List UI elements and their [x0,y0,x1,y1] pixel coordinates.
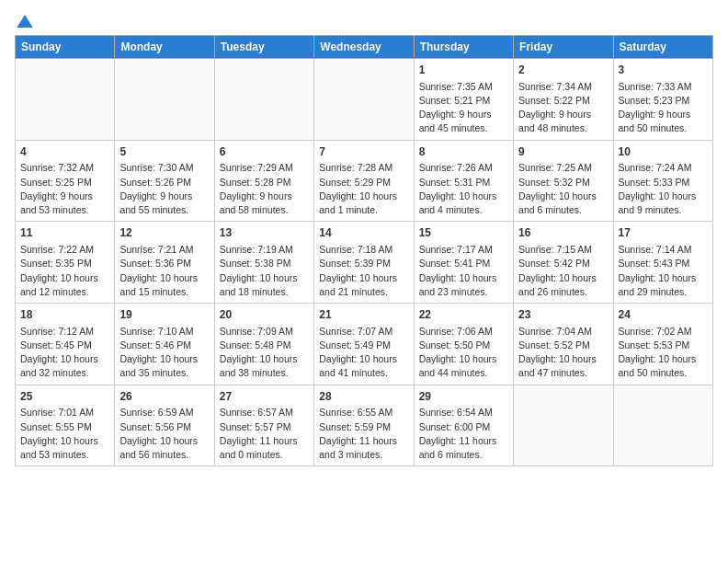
day-info-line: Daylight: 10 hours [220,271,309,285]
day-info-line: and 1 minute. [319,203,408,217]
calendar-cell: 21Sunrise: 7:07 AMSunset: 5:49 PMDayligh… [314,304,414,385]
day-info-line: Daylight: 10 hours [518,271,608,285]
calendar-cell: 24Sunrise: 7:02 AMSunset: 5:53 PMDayligh… [613,304,712,385]
calendar-week-row: 11Sunrise: 7:22 AMSunset: 5:35 PMDayligh… [16,222,713,304]
day-info-line: Sunset: 5:32 PM [518,176,608,190]
day-info-line: Daylight: 10 hours [119,271,209,285]
day-number: 29 [419,389,508,405]
day-info-line: and 29 minutes. [619,285,708,299]
day-info-line: Sunrise: 7:19 AM [220,243,309,257]
day-info-line: Sunset: 6:00 PM [419,420,508,434]
day-info-line: and 58 minutes. [220,203,309,217]
calendar-cell: 18Sunrise: 7:12 AMSunset: 5:45 PMDayligh… [16,304,115,385]
calendar-cell: 15Sunrise: 7:17 AMSunset: 5:41 PMDayligh… [414,222,513,304]
day-number: 4 [20,144,109,160]
calendar-cell: 22Sunrise: 7:06 AMSunset: 5:50 PMDayligh… [414,304,513,385]
calendar-cell [613,385,712,466]
calendar-week-row: 18Sunrise: 7:12 AMSunset: 5:45 PMDayligh… [16,304,713,385]
day-info-line: Sunrise: 6:59 AM [119,406,209,419]
day-info-line: Sunset: 5:33 PM [619,176,708,190]
day-info-line: Sunset: 5:45 PM [20,339,109,352]
calendar-cell: 12Sunrise: 7:21 AMSunset: 5:36 PMDayligh… [115,222,214,304]
day-info-line: Daylight: 10 hours [419,352,508,366]
day-info-line: Sunset: 5:38 PM [220,257,309,270]
day-number: 5 [119,144,209,160]
day-info-line: Sunrise: 7:09 AM [220,325,309,339]
day-info-line: Sunrise: 7:01 AM [20,406,109,419]
day-info-line: and 47 minutes. [518,366,608,380]
day-info-line: Sunset: 5:39 PM [319,257,408,270]
calendar-header-row: SundayMondayTuesdayWednesdayThursdayFrid… [16,36,713,59]
day-info-line: Sunrise: 7:17 AM [419,243,508,257]
day-info-line: Daylight: 10 hours [319,352,408,366]
day-info-line: Sunrise: 6:57 AM [220,406,309,419]
day-info-line: Sunset: 5:59 PM [319,420,408,434]
day-info-line: Sunset: 5:21 PM [419,94,508,108]
day-info-line: Sunrise: 7:30 AM [119,161,209,175]
calendar-cell: 7Sunrise: 7:28 AMSunset: 5:29 PMDaylight… [314,140,414,222]
calendar-week-row: 25Sunrise: 7:01 AMSunset: 5:55 PMDayligh… [16,385,713,466]
day-info-line: and 6 minutes. [518,203,608,217]
day-info-line: Sunset: 5:28 PM [220,176,309,190]
day-number: 28 [319,389,408,405]
day-info-line: Sunset: 5:35 PM [20,257,109,270]
column-header-friday: Friday [514,36,613,59]
day-info-line: and 38 minutes. [220,366,309,380]
day-info-line: Daylight: 10 hours [119,434,209,448]
day-info-line: Sunrise: 7:04 AM [518,325,608,339]
day-info-line: and 4 minutes. [419,203,508,217]
calendar-cell: 5Sunrise: 7:30 AMSunset: 5:26 PMDaylight… [115,140,214,222]
calendar-cell: 27Sunrise: 6:57 AMSunset: 5:57 PMDayligh… [214,385,313,466]
day-info-line: Sunrise: 7:12 AM [20,325,109,339]
day-number: 16 [518,225,608,241]
calendar-cell [314,59,414,141]
day-number: 7 [319,144,408,160]
day-info-line: and 9 minutes. [619,203,708,217]
day-info-line: Sunset: 5:53 PM [619,339,708,352]
day-info-line: Daylight: 10 hours [220,352,309,366]
day-info-line: and 23 minutes. [419,285,508,299]
day-info-line: Daylight: 11 hours [419,434,508,448]
day-info-line: Daylight: 10 hours [319,271,408,285]
day-number: 2 [518,63,608,78]
day-info-line: Sunset: 5:49 PM [319,339,408,352]
day-info-line: Sunset: 5:43 PM [619,257,708,270]
day-number: 11 [20,225,109,241]
day-info-line: Sunrise: 7:14 AM [619,243,708,257]
day-info-line: Daylight: 10 hours [419,190,508,203]
day-number: 22 [419,307,508,323]
day-info-line: Sunrise: 7:24 AM [619,161,708,175]
calendar-cell [115,59,214,141]
day-number: 21 [319,307,408,323]
day-number: 25 [20,389,109,405]
day-number: 1 [419,63,508,78]
day-info-line: Sunset: 5:29 PM [319,176,408,190]
day-info-line: Sunset: 5:25 PM [20,176,109,190]
day-info-line: and 55 minutes. [119,203,209,217]
calendar-cell: 1Sunrise: 7:35 AMSunset: 5:21 PMDaylight… [414,59,513,141]
calendar-cell: 23Sunrise: 7:04 AMSunset: 5:52 PMDayligh… [514,304,613,385]
day-info-line: Sunrise: 7:33 AM [619,80,708,94]
svg-marker-0 [17,15,33,28]
day-info-line: Daylight: 10 hours [20,434,109,448]
day-number: 6 [220,144,309,160]
day-info-line: Sunset: 5:26 PM [119,176,209,190]
day-info-line: Sunrise: 7:06 AM [419,325,508,339]
day-info-line: Daylight: 10 hours [20,352,109,366]
day-info-line: Sunrise: 7:02 AM [619,325,708,339]
day-number: 23 [518,307,608,323]
day-info-line: Sunrise: 7:10 AM [119,325,209,339]
day-info-line: and 0 minutes. [220,448,309,462]
day-info-line: and 6 minutes. [419,448,508,462]
column-header-saturday: Saturday [613,36,712,59]
day-info-line: Sunrise: 6:54 AM [419,406,508,419]
day-info-line: Sunset: 5:46 PM [119,339,209,352]
day-info-line: Daylight: 9 hours [119,190,209,203]
day-number: 17 [619,225,708,241]
day-info-line: Daylight: 10 hours [619,190,708,203]
day-info-line: Sunset: 5:31 PM [419,176,508,190]
calendar-week-row: 4Sunrise: 7:32 AMSunset: 5:25 PMDaylight… [16,140,713,222]
day-info-line: Daylight: 10 hours [619,352,708,366]
day-info-line: and 53 minutes. [20,203,109,217]
day-info-line: and 3 minutes. [319,448,408,462]
